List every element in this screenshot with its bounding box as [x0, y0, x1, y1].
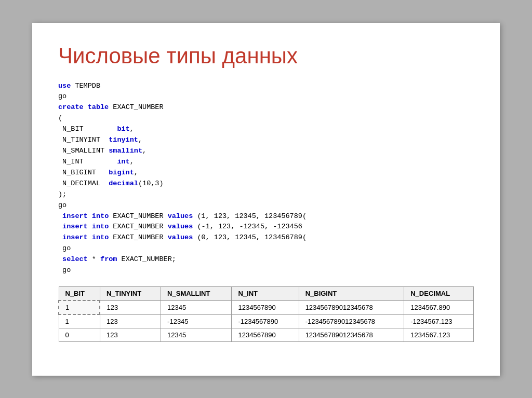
table-row: 1 123 12345 1234567890 12345678901234567… [59, 300, 474, 314]
cell-r3-nbigint: 12345678901234567​8 [299, 328, 404, 342]
cell-r2-nbigint: -123456789012345678 [299, 314, 404, 328]
cell-r3-nbit: 0 [59, 328, 100, 342]
col-header-ndecimal: N_DECIMAL [404, 287, 474, 301]
kw-use: use [58, 82, 71, 90]
col-header-ntinyint: N_TINYINT [100, 287, 161, 301]
cell-r2-nsmallint: -12345 [161, 314, 232, 328]
cell-r3-ntinyint: 123 [100, 328, 161, 342]
cell-r3-ndecimal: 1234567.123 [404, 328, 474, 342]
code-block: use TEMPDB go create table EXACT_NUMBER … [58, 81, 474, 277]
col-header-nbit: N_BIT [59, 287, 100, 301]
cell-r2-nbit: 1 [59, 314, 100, 328]
results-table: N_BIT N_TINYINT N_SMALLINT N_INT N_BIGIN… [58, 286, 474, 342]
cell-r2-nint: -1234567890 [232, 314, 299, 328]
cell-r1-ntinyint: 123 [100, 300, 161, 314]
cell-r2-ntinyint: 123 [100, 314, 161, 328]
slide-title: Числовые типы данных [58, 44, 474, 68]
table-row: 1 123 -12345 -1234567890 -12345678901234… [59, 314, 474, 328]
cell-r1-nint: 1234567890 [232, 300, 299, 314]
cell-r1-nbigint: 12345678901234567​8 [299, 300, 404, 314]
cell-r3-nint: 1234567890 [232, 328, 299, 342]
col-header-nint: N_INT [232, 287, 299, 301]
cell-r1-ndecimal: 1234567.890 [404, 300, 474, 314]
col-header-nsmallint: N_SMALLINT [161, 287, 232, 301]
col-header-nbigint: N_BIGINT [299, 287, 404, 301]
cell-r3-nsmallint: 12345 [161, 328, 232, 342]
table-header-row: N_BIT N_TINYINT N_SMALLINT N_INT N_BIGIN… [59, 287, 474, 301]
cell-r1-nbit: 1 [59, 300, 100, 314]
slide: Числовые типы данных use TEMPDB go creat… [32, 23, 500, 376]
table-row: 0 123 12345 1234567890 12345678901234567… [59, 328, 474, 342]
cell-r1-nsmallint: 12345 [161, 300, 232, 314]
cell-r2-ndecimal: -1234567.123 [404, 314, 474, 328]
